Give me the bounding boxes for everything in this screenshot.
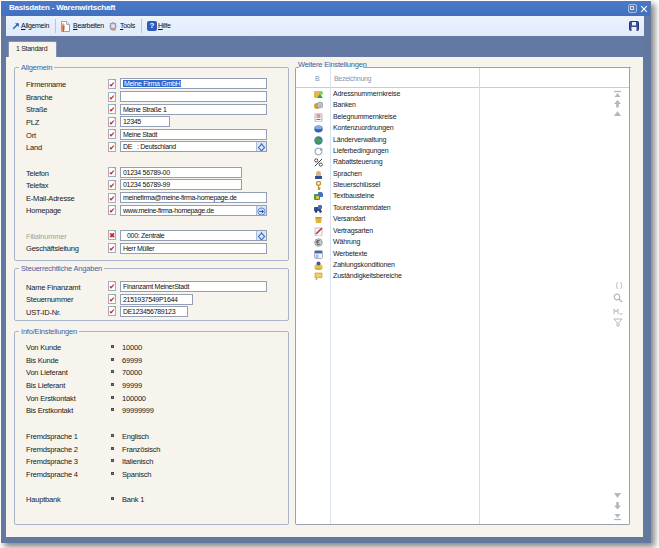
svg-text:€: € <box>316 239 320 246</box>
